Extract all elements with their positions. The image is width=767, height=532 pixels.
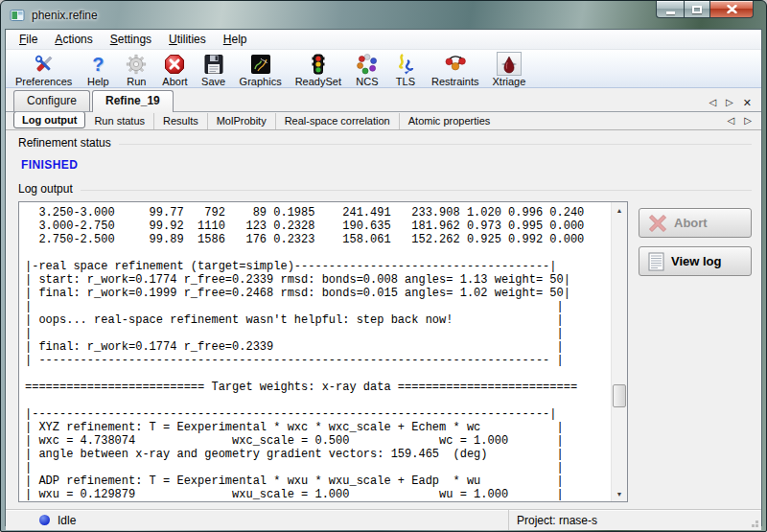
sub-tab-row: Log output Run status Results MolProbity… bbox=[6, 112, 761, 130]
log-line: | | bbox=[25, 461, 611, 474]
phenix-refine-window: phenix.refine File Actions Settings Util… bbox=[0, 0, 767, 532]
toolbar-ncs[interactable]: NCS bbox=[348, 51, 386, 87]
idle-status-dot-icon bbox=[39, 515, 50, 525]
log-output-panel: Refinement status FINISHED Log output 3.… bbox=[6, 130, 761, 509]
tab-refine-19[interactable]: Refine_19 bbox=[92, 90, 174, 112]
subtab-real-space-correlation[interactable]: Real-space correlation bbox=[275, 113, 399, 129]
toolbar-label: Xtriage bbox=[492, 76, 525, 87]
abort-button[interactable]: Abort bbox=[639, 208, 752, 238]
subtab-atomic-properties[interactable]: Atomic properties bbox=[399, 113, 500, 129]
minimize-button[interactable] bbox=[656, 1, 684, 18]
log-line bbox=[25, 246, 611, 260]
toolbar-preferences[interactable]: Preferences bbox=[9, 51, 79, 87]
log-output-group: Log output bbox=[18, 182, 752, 196]
menu-bar: File Actions Settings Utilities Help bbox=[6, 30, 761, 50]
tab-close-icon[interactable]: ✕ bbox=[743, 98, 752, 107]
refinement-status-group: Refinement status bbox=[18, 136, 752, 150]
tab-scroll-left-icon[interactable]: ◁ bbox=[709, 98, 716, 107]
toolbar-restraints[interactable]: Restraints bbox=[425, 51, 486, 87]
main-tab-row-controls: ◁ ▷ ✕ bbox=[709, 98, 761, 111]
status-section-project: Project: rnase-s bbox=[508, 510, 761, 530]
resize-grip[interactable] bbox=[755, 524, 758, 527]
toolbar-xtriage[interactable]: Xtriage bbox=[485, 51, 532, 87]
status-bar: Idle Project: rnase-s bbox=[6, 509, 761, 530]
subtab-results[interactable]: Results bbox=[153, 113, 207, 129]
floppy-disk-icon bbox=[201, 52, 226, 76]
vertical-scrollbar[interactable]: ▲ ▼ bbox=[611, 202, 627, 501]
subtab-run-status[interactable]: Run status bbox=[85, 113, 153, 129]
menu-actions[interactable]: Actions bbox=[46, 31, 101, 49]
toolbar-label: Graphics bbox=[240, 76, 282, 87]
minimize-icon bbox=[666, 12, 675, 14]
toolbar-graphics[interactable]: Graphics bbox=[233, 51, 289, 87]
log-text-area[interactable]: 3.250-3.000 99.77 792 89 0.1985 241.491 … bbox=[18, 201, 628, 502]
toolbar-label: Save bbox=[201, 76, 225, 87]
scroll-up-icon[interactable]: ▲ bbox=[612, 202, 627, 218]
log-text: 3.250-3.000 99.77 792 89 0.1985 241.491 … bbox=[19, 202, 611, 501]
traffic-light-icon bbox=[306, 52, 331, 76]
tools-icon bbox=[32, 52, 57, 76]
notebook: Configure Refine_19 ◁ ▷ ✕ Log output Run… bbox=[6, 88, 761, 509]
tls-ribbons-icon bbox=[393, 52, 418, 76]
log-line: | final: r_work=0.1774 r_free=0.2339 | bbox=[25, 340, 611, 354]
log-line: | angle between x-ray and geometry gradi… bbox=[25, 448, 611, 461]
graphics-viewer-icon bbox=[248, 52, 273, 76]
toolbar: Preferences ? Help bbox=[6, 50, 761, 88]
toolbar-readyset[interactable]: ReadySet bbox=[289, 51, 348, 87]
tab-configure[interactable]: Configure bbox=[13, 90, 90, 111]
menu-settings[interactable]: Settings bbox=[102, 31, 160, 49]
group-divider bbox=[81, 190, 752, 191]
app-icon bbox=[10, 8, 25, 23]
toolbar-tls[interactable]: TLS bbox=[386, 51, 425, 87]
log-line: | --------------------------------------… bbox=[25, 354, 611, 367]
log-line bbox=[25, 367, 611, 381]
log-line: | wxu = 0.129879 wxu_scale = 1.000 wu = … bbox=[25, 488, 611, 501]
log-line: ========================== Target weight… bbox=[25, 381, 611, 394]
toolbar-label: Restraints bbox=[431, 76, 479, 87]
toolbar-run[interactable]: Run bbox=[117, 51, 155, 87]
log-line: | final: r_work=0.1999 r_free=0.2468 rms… bbox=[25, 287, 611, 300]
log-line bbox=[25, 394, 611, 407]
toolbar-label: Help bbox=[87, 76, 109, 87]
subtab-scroll-right-icon[interactable]: ▷ bbox=[744, 116, 752, 126]
toolbar-label: Run bbox=[127, 76, 146, 87]
toolbar-help[interactable]: ? Help bbox=[79, 51, 117, 87]
menu-utilities[interactable]: Utilities bbox=[160, 31, 215, 49]
title-bar[interactable]: phenix.refine bbox=[1, 1, 766, 29]
log-line: | start: r_work=0.1774 r_free=0.2339 rms… bbox=[25, 273, 611, 287]
toolbar-abort[interactable]: Abort bbox=[155, 51, 194, 87]
log-line: | ADP refinement: T = Eexperimental * wx… bbox=[25, 474, 611, 488]
xtriage-drop-icon bbox=[497, 52, 522, 76]
close-button[interactable] bbox=[710, 1, 754, 18]
group-divider bbox=[119, 144, 752, 145]
abort-button-label: Abort bbox=[674, 216, 708, 230]
subtab-log-output[interactable]: Log output bbox=[13, 111, 85, 128]
menu-help[interactable]: Help bbox=[215, 31, 256, 49]
gear-icon bbox=[124, 52, 149, 76]
window-controls bbox=[656, 1, 754, 18]
scrollbar-thumb[interactable] bbox=[613, 384, 626, 407]
log-output-label: Log output bbox=[18, 182, 73, 196]
log-line: | | bbox=[25, 327, 611, 340]
maximize-icon bbox=[692, 6, 702, 13]
ncs-molecules-icon bbox=[355, 52, 380, 76]
tab-scroll-right-icon[interactable]: ▷ bbox=[726, 98, 733, 107]
refinement-status-value: FINISHED bbox=[21, 158, 752, 172]
scroll-down-icon[interactable]: ▼ bbox=[612, 486, 627, 501]
log-line: | | bbox=[25, 300, 611, 313]
app-frame: File Actions Settings Utilities Help bbox=[5, 29, 762, 526]
question-mark-icon: ? bbox=[85, 52, 110, 76]
view-log-button[interactable]: View log bbox=[639, 246, 752, 276]
maximize-button[interactable] bbox=[684, 1, 710, 18]
status-state-label: Idle bbox=[58, 514, 76, 527]
toolbar-label: TLS bbox=[396, 76, 415, 87]
log-line: | oops... real-space refinement wasn't h… bbox=[25, 313, 611, 327]
toolbar-save[interactable]: Save bbox=[195, 51, 233, 87]
subtab-molprobity[interactable]: MolProbity bbox=[207, 113, 275, 129]
restraints-atoms-icon bbox=[443, 52, 468, 76]
menu-file[interactable]: File bbox=[11, 31, 46, 49]
subtab-scroll-left-icon[interactable]: ◁ bbox=[728, 116, 735, 126]
refinement-status-label: Refinement status bbox=[18, 136, 111, 150]
toolbar-label: NCS bbox=[356, 76, 378, 87]
log-line: |-real space refinement (target=simple)-… bbox=[25, 260, 611, 273]
